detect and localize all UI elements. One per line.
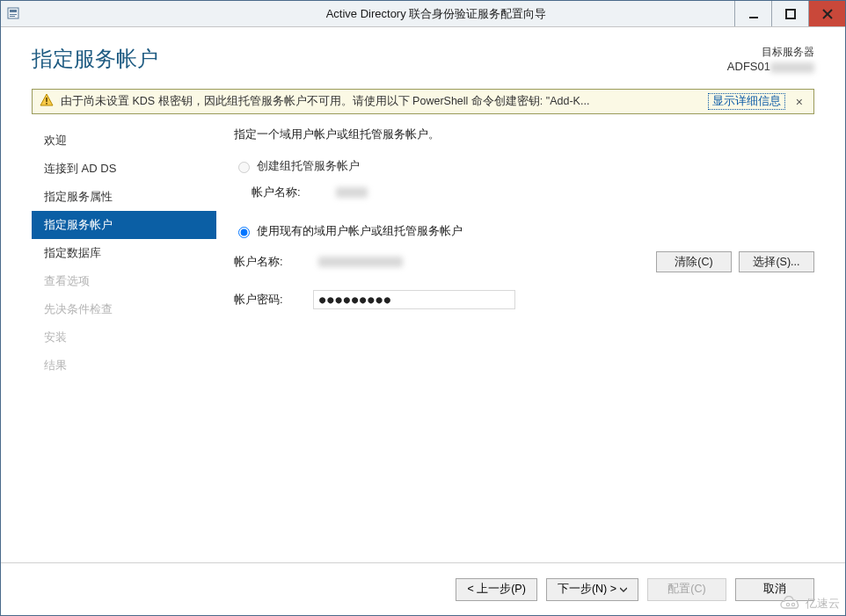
footer: < 上一步(P) 下一步(N) > 配置(C) 取消 bbox=[1, 562, 845, 615]
sidebar-nav: 欢迎 连接到 AD DS 指定服务属性 指定服务帐户 指定数据库 查看选项 先决… bbox=[32, 127, 216, 562]
select-button[interactable]: 选择(S)... bbox=[739, 251, 814, 272]
nav-item-service-account[interactable]: 指定服务帐户 bbox=[32, 211, 216, 239]
create-name-value bbox=[331, 183, 507, 202]
warning-message: 由于尚未设置 KDS 根密钥，因此组托管服务帐户不可用。请使用以下 PowerS… bbox=[61, 94, 701, 109]
existing-password-label: 帐户密码: bbox=[234, 292, 313, 308]
nav-item-prereq: 先决条件检查 bbox=[32, 295, 216, 323]
target-server-label: 目标服务器 bbox=[727, 45, 814, 60]
svg-rect-9 bbox=[46, 98, 47, 102]
next-button-label: 下一步(N) > bbox=[558, 582, 616, 597]
configure-button: 配置(C) bbox=[647, 578, 726, 601]
window-buttons bbox=[734, 1, 845, 26]
create-name-label: 帐户名称: bbox=[252, 185, 331, 200]
svg-rect-0 bbox=[8, 8, 18, 18]
close-button[interactable] bbox=[808, 1, 845, 26]
app-icon bbox=[6, 6, 22, 22]
body: 欢迎 连接到 AD DS 指定服务属性 指定服务帐户 指定数据库 查看选项 先决… bbox=[1, 114, 845, 562]
wizard-window: Active Directory 联合身份验证服务配置向导 指定服务帐户 目标服… bbox=[0, 0, 846, 616]
back-button[interactable]: < 上一步(P) bbox=[456, 578, 536, 601]
existing-name-field: 帐户名称: 清除(C) 选择(S)... bbox=[234, 251, 814, 272]
nav-item-install: 安装 bbox=[32, 323, 216, 351]
dropdown-icon bbox=[620, 586, 627, 593]
clear-button[interactable]: 清除(C) bbox=[656, 251, 732, 272]
svg-rect-5 bbox=[786, 10, 795, 18]
svg-rect-2 bbox=[10, 14, 17, 15]
titlebar: Active Directory 联合身份验证服务配置向导 bbox=[1, 1, 845, 27]
label-use-existing: 使用现有的域用户帐户或组托管服务帐户 bbox=[257, 223, 463, 239]
nav-item-connect-adds[interactable]: 连接到 AD DS bbox=[32, 155, 216, 183]
target-server-block: 目标服务器 ADFS01 bbox=[727, 45, 814, 73]
nav-item-database[interactable]: 指定数据库 bbox=[32, 239, 216, 267]
option-use-existing[interactable]: 使用现有的域用户帐户或组托管服务帐户 bbox=[234, 223, 814, 239]
radio-use-existing[interactable] bbox=[238, 227, 250, 238]
warning-icon bbox=[40, 93, 54, 110]
radio-create-gmsa bbox=[238, 162, 250, 173]
instruction: 指定一个域用户帐户或组托管服务帐户。 bbox=[234, 127, 814, 142]
option-create-gmsa[interactable]: 创建组托管服务帐户 bbox=[234, 158, 814, 174]
nav-item-results: 结果 bbox=[32, 351, 216, 380]
minimize-button[interactable] bbox=[734, 1, 771, 26]
label-create-gmsa: 创建组托管服务帐户 bbox=[257, 158, 360, 174]
svg-rect-1 bbox=[10, 10, 17, 12]
nav-item-welcome[interactable]: 欢迎 bbox=[32, 127, 216, 155]
cancel-button[interactable]: 取消 bbox=[735, 578, 814, 601]
existing-name-label: 帐户名称: bbox=[234, 254, 313, 270]
svg-rect-10 bbox=[46, 103, 47, 105]
svg-rect-3 bbox=[10, 16, 15, 17]
main-content: 指定一个域用户帐户或组托管服务帐户。 创建组托管服务帐户 帐户名称: 使用现有的… bbox=[216, 127, 814, 562]
warning-close-icon[interactable]: × bbox=[792, 95, 806, 109]
nav-item-review: 查看选项 bbox=[32, 267, 216, 295]
page-title: 指定服务帐户 bbox=[32, 45, 158, 73]
create-name-field: 帐户名称: bbox=[252, 183, 814, 202]
show-detail-link[interactable]: 显示详细信息 bbox=[708, 93, 785, 110]
warning-bar: 由于尚未设置 KDS 根密钥，因此组托管服务帐户不可用。请使用以下 PowerS… bbox=[32, 89, 814, 114]
window-title: Active Directory 联合身份验证服务配置向导 bbox=[27, 6, 845, 22]
header: 指定服务帐户 目标服务器 ADFS01 bbox=[1, 27, 845, 82]
existing-password-field: 帐户密码: ●●●●●●●●● bbox=[234, 290, 814, 309]
target-server-value: ADFS01 bbox=[727, 60, 814, 73]
maximize-button[interactable] bbox=[771, 1, 808, 26]
existing-name-value bbox=[313, 252, 649, 272]
password-input[interactable]: ●●●●●●●●● bbox=[313, 290, 515, 309]
next-button[interactable]: 下一步(N) > bbox=[546, 578, 638, 601]
nav-item-service-properties[interactable]: 指定服务属性 bbox=[32, 183, 216, 211]
